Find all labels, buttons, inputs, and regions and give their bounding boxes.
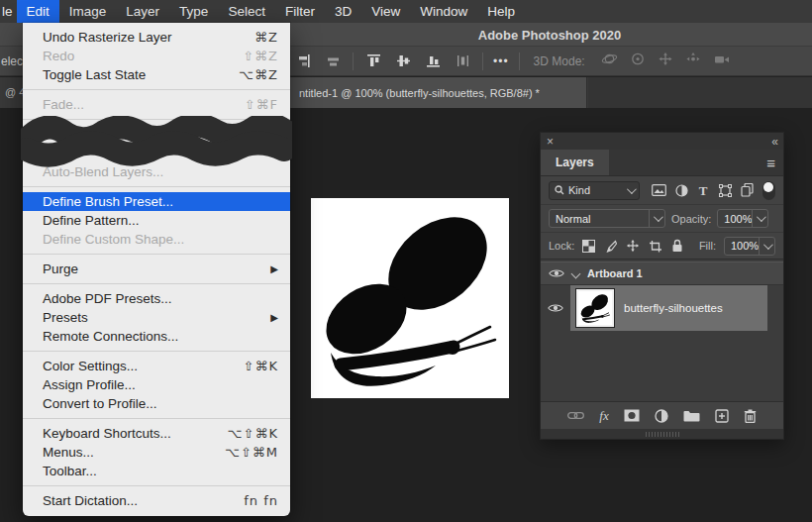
panel-resize-handle[interactable] — [541, 429, 783, 439]
blend-mode-dropdown[interactable]: Normal — [549, 209, 665, 228]
align-horizontal-centers-icon[interactable] — [323, 51, 343, 72]
layer-selected-zone[interactable]: butterfly-silhouettes — [570, 285, 767, 331]
more-options-icon[interactable]: ••• — [493, 54, 509, 68]
filter-toggle-switch[interactable] — [762, 181, 775, 200]
menubar-item-3d[interactable]: 3D — [325, 0, 361, 23]
menu-item-define-brush-preset[interactable]: Define Brush Preset... — [23, 192, 290, 211]
menubar-item-edit[interactable]: Edit — [17, 0, 59, 23]
filter-smart-objects-icon[interactable] — [741, 183, 754, 197]
pan-3d-icon[interactable] — [658, 52, 673, 70]
layer-effects-fx-icon[interactable]: fx — [599, 408, 608, 424]
artboard-canvas[interactable] — [311, 198, 509, 398]
menu-item-toggle-last-state[interactable]: Toggle Last State⌥⌘Z — [23, 65, 290, 84]
collapse-panel-icon[interactable]: « — [771, 135, 777, 149]
filter-type-layers-icon[interactable]: T — [697, 184, 709, 196]
threed-mode-label: 3D Mode: — [534, 54, 585, 68]
options-icons: ••• 3D Mode: — [293, 51, 731, 72]
menubar-item-help[interactable]: Help — [477, 0, 525, 23]
opacity-dropdown[interactable]: 100% — [717, 209, 768, 228]
link-layers-icon[interactable] — [567, 411, 584, 420]
layer-row-butterfly[interactable]: butterfly-silhouettes — [541, 285, 783, 331]
options-partial-text: elec — [1, 54, 23, 68]
menu-item-assign-profile[interactable]: Assign Profile... — [23, 375, 290, 394]
document-tab-title: ntitled-1 @ 100% (butterfly-silhouettes,… — [299, 87, 540, 99]
menu-item-undo-rasterize-layer[interactable]: Undo Rasterize Layer⌘Z — [23, 28, 290, 47]
lock-artboard-nesting-icon[interactable] — [649, 240, 662, 253]
delete-layer-trash-icon[interactable] — [744, 409, 757, 423]
menu-item-keyboard-shortcuts[interactable]: Keyboard Shortcuts...⌥⇧⌘K — [23, 424, 290, 443]
menubar-item-layer[interactable]: Layer — [116, 0, 169, 23]
lock-image-pixels-icon[interactable] — [604, 240, 617, 253]
blend-mode-value: Normal — [550, 213, 649, 225]
menu-item-define-custom-shape: Define Custom Shape... — [23, 230, 290, 249]
menu-item-adobe-pdf-presets[interactable]: Adobe PDF Presets... — [23, 289, 290, 308]
opacity-value: 100% — [718, 213, 752, 225]
filter-pixel-layers-icon[interactable] — [652, 184, 666, 196]
menu-item-define-pattern[interactable]: Define Pattern... — [23, 211, 290, 230]
align-bottom-edges-icon[interactable] — [423, 51, 443, 72]
panel-menu-icon[interactable]: ≡ — [766, 155, 775, 171]
close-icon[interactable]: × — [547, 136, 554, 148]
align-top-edges-icon[interactable] — [363, 51, 383, 72]
opacity-label: Opacity: — [671, 213, 711, 225]
menubar-item-image[interactable]: Image — [59, 0, 117, 23]
menu-item-start-dictation[interactable]: Start Dictation...fn fn — [23, 491, 290, 510]
chevron-down-icon — [627, 184, 637, 194]
chevron-down-icon — [654, 212, 663, 222]
expand-chevron-icon[interactable] — [571, 268, 581, 278]
tab-layers[interactable]: Layers — [541, 150, 609, 175]
visibility-eye-icon[interactable] — [549, 268, 564, 278]
new-layer-icon[interactable] — [715, 409, 729, 423]
menu-item-purge[interactable]: Purge▶ — [23, 260, 290, 278]
slide-3d-icon[interactable] — [685, 52, 701, 70]
lock-all-icon[interactable] — [671, 239, 683, 253]
fill-dropdown[interactable]: 100% — [724, 237, 775, 256]
filter-kind-dropdown[interactable]: Kind — [549, 181, 640, 200]
menubar-item-select[interactable]: Select — [218, 0, 275, 23]
new-group-folder-icon[interactable] — [683, 410, 700, 422]
filter-type-icons: T — [648, 181, 775, 200]
blend-mode-row: Normal Opacity: 100% — [541, 205, 783, 233]
align-vertical-centers-icon[interactable] — [393, 51, 413, 72]
menubar-item-view[interactable]: View — [361, 0, 410, 23]
add-layer-mask-icon[interactable] — [624, 409, 640, 422]
butterfly-silhouette-image — [311, 198, 509, 398]
resize-grip — [646, 432, 679, 437]
menu-item-presets[interactable]: Presets▶ — [23, 308, 290, 327]
options-separator — [482, 52, 483, 70]
layer-row-artboard[interactable]: Artboard 1 — [541, 261, 783, 285]
menubar-items: EditImageLayerTypeSelectFilter3DViewWind… — [17, 0, 525, 23]
menu-item-toolbar[interactable]: Toolbar... — [23, 462, 290, 480]
filter-shape-layers-icon[interactable] — [719, 184, 732, 197]
roll-3d-icon[interactable] — [630, 52, 646, 70]
menu-item-menus[interactable]: Menus...⌥⇧⌘M — [23, 443, 290, 462]
distribute-horizontal-icon[interactable] — [453, 51, 472, 72]
menubar-item-window[interactable]: Window — [410, 0, 477, 23]
menu-item-color-settings[interactable]: Color Settings...⇧⌘K — [23, 357, 290, 375]
lock-transparency-icon[interactable] — [582, 240, 595, 253]
layers-list: Artboard 1 — [541, 260, 783, 401]
menubar-item-type[interactable]: Type — [169, 0, 218, 23]
lock-row: Lock: Fill: 100% — [541, 233, 783, 260]
filter-adjustment-layers-icon[interactable] — [675, 184, 688, 197]
menu-separator — [23, 351, 290, 352]
menubar-item-filter[interactable]: Filter — [275, 0, 325, 23]
options-separator — [519, 52, 520, 70]
layer-thumbnail[interactable] — [576, 289, 614, 327]
menubar-partial-file[interactable]: le — [0, 0, 17, 23]
dolly-camera-3d-icon[interactable] — [713, 52, 731, 70]
search-icon — [555, 185, 564, 195]
orbit-3d-icon[interactable] — [601, 52, 618, 70]
adjustment-layer-icon[interactable] — [655, 409, 668, 423]
fill-value: 100% — [725, 240, 759, 252]
lock-position-icon[interactable] — [626, 239, 640, 253]
menu-separator — [23, 119, 290, 120]
menu-separator — [23, 283, 290, 284]
menu-item-remote-connections[interactable]: Remote Connections... — [23, 327, 290, 346]
photoshop-app: { "colors": { "accent_blue": "#1b65e4", … — [0, 0, 812, 522]
align-right-edges-icon[interactable] — [293, 51, 313, 72]
chevron-down-icon — [763, 240, 773, 250]
menu-item-convert-to-profile[interactable]: Convert to Profile... — [23, 394, 290, 413]
document-tab[interactable]: ntitled-1 @ 100% (butterfly-silhouettes,… — [290, 77, 587, 108]
visibility-eye-icon[interactable] — [548, 303, 563, 313]
